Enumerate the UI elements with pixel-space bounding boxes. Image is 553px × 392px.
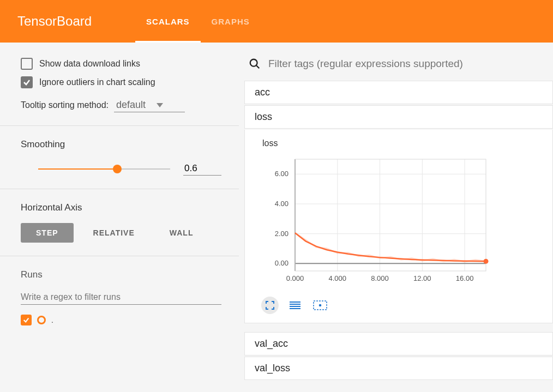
- svg-point-1: [250, 59, 257, 67]
- svg-line-2: [256, 65, 260, 69]
- svg-marker-0: [157, 103, 163, 107]
- tag-filter-input[interactable]: [266, 56, 553, 72]
- ignore-outliers-checkbox[interactable]: [21, 76, 33, 88]
- content: acc loss loss 0.0004.0008.00012.0016.000…: [239, 43, 553, 392]
- run-color-swatch: [37, 316, 46, 324]
- axis-relative-button[interactable]: RELATIVE: [78, 223, 150, 243]
- expand-chart-button[interactable]: [261, 297, 279, 314]
- horizontal-axis-label: Horizontal Axis: [21, 202, 221, 213]
- fit-domain-button[interactable]: [311, 297, 329, 314]
- app-title: TensorBoard: [17, 14, 92, 29]
- axis-step-button[interactable]: STEP: [21, 223, 74, 243]
- ignore-outliers-label: Ignore outliers in chart scaling: [39, 77, 155, 87]
- svg-text:6.00: 6.00: [275, 170, 288, 178]
- svg-point-30: [320, 305, 321, 306]
- expand-icon: [265, 300, 275, 310]
- tab-bar: SCALARS GRAPHS: [135, 0, 261, 43]
- run-name: .: [51, 316, 53, 324]
- panel-loss-body: loss 0.0004.0008.00012.0016.000.002.004.…: [244, 130, 553, 323]
- toggle-log-button[interactable]: [286, 297, 304, 314]
- tooltip-sorting-value: default: [116, 99, 146, 111]
- svg-text:4.000: 4.000: [329, 274, 347, 282]
- show-download-label: Show data download links: [39, 59, 140, 69]
- tooltip-sorting-select[interactable]: default: [114, 98, 185, 112]
- loss-chart-title: loss: [262, 138, 540, 148]
- loss-chart: 0.0004.0008.00012.0016.000.002.004.006.0…: [257, 154, 497, 290]
- run-checkbox[interactable]: [21, 315, 32, 325]
- runs-filter-input[interactable]: [21, 290, 221, 305]
- svg-point-24: [484, 259, 489, 264]
- panel-acc-header[interactable]: acc: [244, 81, 553, 104]
- fit-icon: [313, 300, 327, 310]
- sidebar: Show data download links Ignore outliers…: [0, 43, 239, 392]
- tab-scalars[interactable]: SCALARS: [135, 0, 201, 43]
- panel-valacc-header[interactable]: val_acc: [244, 332, 553, 355]
- caret-down-icon: [157, 103, 163, 107]
- panel-valloss-header[interactable]: val_loss: [244, 357, 553, 380]
- tab-graphs[interactable]: GRAPHS: [201, 0, 261, 43]
- svg-text:2.00: 2.00: [275, 230, 288, 238]
- smoothing-input[interactable]: [183, 162, 221, 176]
- svg-rect-23: [295, 159, 486, 271]
- runs-label: Runs: [21, 269, 221, 280]
- tooltip-sorting-label: Tooltip sorting method:: [21, 100, 109, 110]
- axis-wall-button[interactable]: WALL: [154, 223, 209, 243]
- lines-icon: [290, 301, 300, 310]
- svg-text:0.000: 0.000: [286, 274, 304, 282]
- header: TensorBoard SCALARS GRAPHS: [0, 0, 553, 43]
- svg-text:0.00: 0.00: [275, 259, 288, 267]
- svg-text:8.000: 8.000: [371, 274, 389, 282]
- show-download-checkbox[interactable]: [21, 58, 33, 70]
- smoothing-slider[interactable]: [38, 164, 170, 174]
- search-icon: [249, 58, 261, 70]
- smoothing-label: Smoothing: [21, 139, 221, 150]
- svg-text:16.00: 16.00: [456, 274, 474, 282]
- svg-text:12.00: 12.00: [413, 274, 431, 282]
- svg-text:4.00: 4.00: [275, 200, 288, 208]
- panel-loss-header[interactable]: loss: [244, 105, 553, 129]
